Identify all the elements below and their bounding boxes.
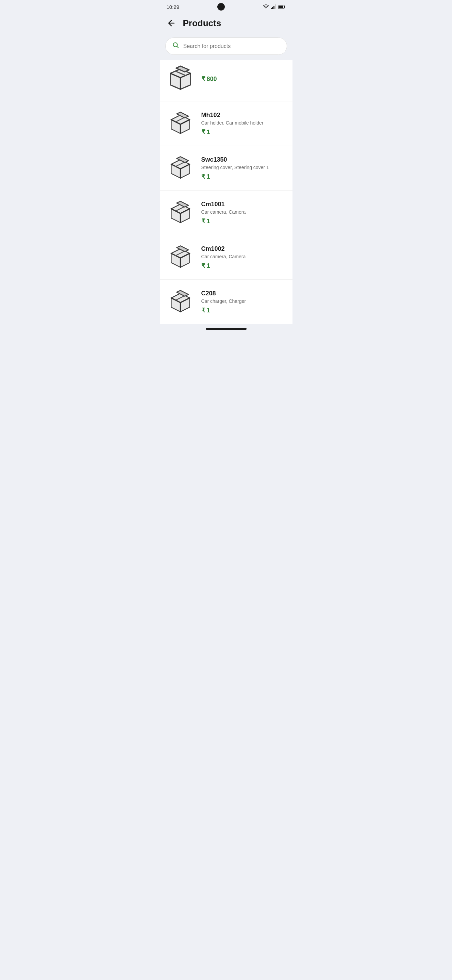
product-tags: Steering cover, Steering cover 1 [201,165,287,170]
product-name: Cm1002 [201,245,287,253]
home-indicator [206,328,247,330]
product-tags: Car charger, Charger [201,298,287,304]
svg-rect-3 [275,5,276,9]
product-item[interactable]: Cm1001 Car camera, Camera ₹ 1 [160,191,292,235]
product-item[interactable]: C208 Car charger, Charger ₹ 1 [160,280,292,324]
partial-product-info: ₹ 800 [201,75,287,83]
product-image [165,242,196,272]
search-container [160,35,292,60]
partial-product-item[interactable]: ₹ 800 [160,60,292,102]
status-time: 10:29 [167,4,179,10]
product-tags: Car camera, Camera [201,209,287,215]
status-bar: 10:29 [160,0,292,14]
signal-icon [271,5,276,9]
page-title: Products [183,18,221,29]
svg-rect-5 [279,6,283,8]
search-icon [173,42,179,50]
svg-rect-2 [273,6,274,9]
product-image [165,197,196,228]
product-price: ₹ 1 [201,307,287,314]
product-price: ₹ 1 [201,218,287,225]
product-item[interactable]: Mh102 Car holder, Car mobile holder ₹ 1 [160,102,292,146]
svg-rect-1 [272,7,273,9]
product-name: Cm1001 [201,201,287,208]
product-image [165,286,196,317]
product-item[interactable]: Swc1350 Steering cover, Steering cover 1… [160,146,292,191]
product-image [165,108,196,139]
product-price: ₹ 1 [201,262,287,269]
header: Products [160,14,292,35]
back-arrow-icon [167,19,176,27]
svg-rect-0 [271,8,272,9]
partial-product-price: ₹ 800 [201,75,287,83]
product-info: Cm1001 Car camera, Camera ₹ 1 [201,201,287,225]
product-info: Mh102 Car holder, Car mobile holder ₹ 1 [201,111,287,136]
product-tags: Car camera, Camera [201,254,287,259]
product-info: Swc1350 Steering cover, Steering cover 1… [201,156,287,180]
partial-product-image [165,64,196,94]
product-name: Mh102 [201,111,287,119]
status-icons [263,5,285,9]
product-item[interactable]: Cm1002 Car camera, Camera ₹ 1 [160,235,292,280]
back-button[interactable] [165,17,178,29]
products-list: Mh102 Car holder, Car mobile holder ₹ 1 … [160,102,292,324]
product-info: C208 Car charger, Charger ₹ 1 [201,290,287,314]
wifi-icon [263,5,269,9]
product-price: ₹ 1 [201,173,287,180]
product-image [165,153,196,183]
product-tags: Car holder, Car mobile holder [201,120,287,126]
product-name: Swc1350 [201,156,287,163]
search-bar[interactable] [165,37,287,55]
camera-dot [217,3,225,11]
battery-icon [278,5,285,9]
product-name: C208 [201,290,287,297]
search-input[interactable] [183,43,280,49]
product-price: ₹ 1 [201,128,287,136]
product-info: Cm1002 Car camera, Camera ₹ 1 [201,245,287,269]
